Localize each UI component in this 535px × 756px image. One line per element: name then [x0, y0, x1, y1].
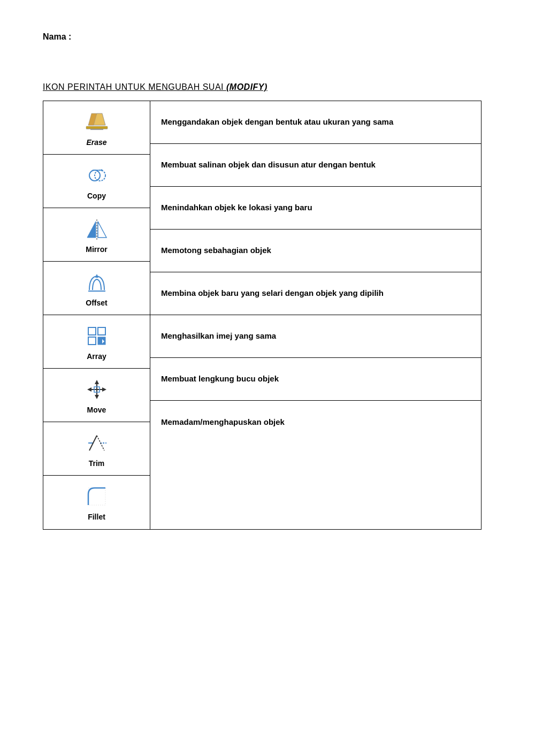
svg-marker-9	[87, 222, 96, 238]
icon-column: Erase Copy	[43, 101, 150, 529]
mirror-icon	[84, 216, 110, 242]
section-title-plain: IKON PERINTAH UNTUK MENGUBAH SUAI	[43, 82, 226, 91]
copy-cell: Copy	[43, 155, 150, 208]
svg-rect-14	[88, 327, 96, 335]
desc-move: Membuat lengkung bucu objek	[150, 358, 481, 401]
svg-marker-21	[95, 395, 99, 399]
svg-rect-15	[98, 327, 105, 335]
trim-label: Trim	[89, 459, 105, 468]
desc-erase2: Memadam/menghapuskan objek	[150, 401, 481, 444]
svg-rect-17	[98, 337, 105, 345]
nama-label: Nama :	[43, 32, 492, 42]
desc-copy: Membuat salinan objek dan disusun atur d…	[150, 144, 481, 187]
svg-rect-30	[88, 488, 105, 505]
move-label: Move	[87, 406, 106, 414]
trim-icon	[84, 430, 110, 456]
svg-marker-19	[95, 380, 99, 384]
fillet-cell: Fillet	[43, 476, 150, 529]
copy-label: Copy	[87, 192, 106, 200]
erase-label: Erase	[86, 138, 106, 147]
desc-mirror: Menindahkan objek ke lokasi yang baru	[150, 187, 481, 230]
section-title: IKON PERINTAH UNTUK MENGUBAH SUAI (MODIF…	[43, 82, 492, 92]
offset-icon	[84, 270, 110, 295]
mirror-cell: Mirror	[43, 208, 150, 262]
svg-marker-22	[87, 387, 91, 392]
erase-icon	[84, 109, 110, 135]
offset-label: Offset	[86, 299, 107, 307]
trim-cell: Trim	[43, 422, 150, 476]
desc-offset-new: Membina objek baru yang selari dengan ob…	[150, 272, 481, 315]
offset-cell: Offset	[43, 262, 150, 315]
section-title-italic: (MODIFY)	[226, 82, 268, 91]
svg-rect-0	[86, 126, 108, 129]
array-label: Array	[87, 352, 106, 361]
svg-rect-16	[88, 337, 96, 345]
desc-array: Menghasilkan imej yang sama	[150, 315, 481, 358]
move-icon	[84, 377, 110, 402]
desc-offset-cut: Memotong sebahagian objek	[150, 230, 481, 272]
mirror-label: Mirror	[86, 245, 107, 254]
svg-marker-10	[98, 222, 106, 238]
array-cell: Array	[43, 315, 150, 369]
fillet-label: Fillet	[88, 513, 105, 521]
desc-erase: Menggandakan objek dengan bentuk atau uk…	[150, 101, 481, 144]
array-icon	[84, 323, 110, 349]
fillet-icon	[84, 484, 110, 509]
copy-icon	[84, 163, 110, 188]
move-cell: Move	[43, 369, 150, 422]
svg-marker-24	[102, 387, 106, 392]
main-table: Erase Copy	[43, 101, 482, 530]
erase-cell: Erase	[43, 101, 150, 155]
description-column: Menggandakan objek dengan bentuk atau uk…	[150, 101, 481, 529]
